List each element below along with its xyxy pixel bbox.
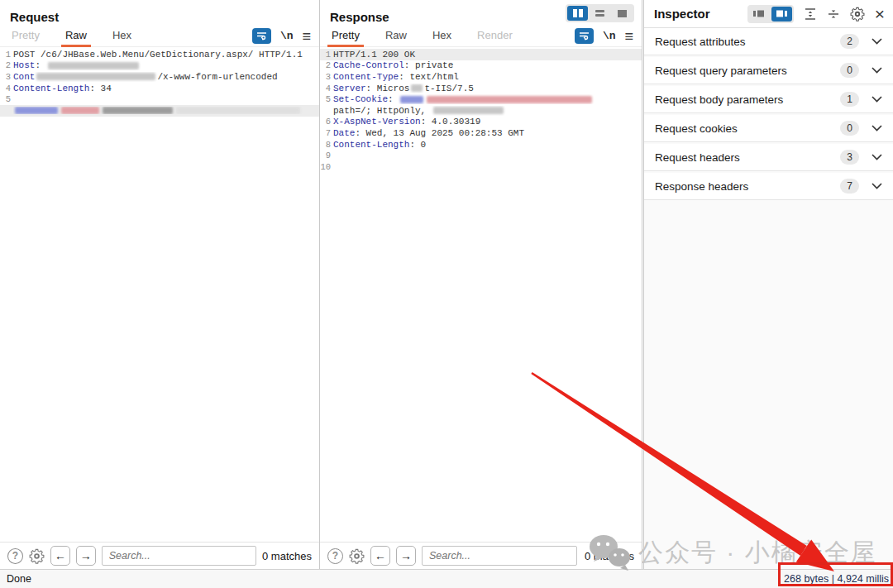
line-number: 6	[320, 117, 333, 127]
menu-icon[interactable]: ≡	[302, 29, 311, 44]
chevron-down-icon[interactable]	[872, 125, 882, 131]
response-tab-icons: \n ≡	[575, 28, 633, 44]
inspector-section-response-headers[interactable]: Response headers7	[644, 173, 893, 200]
http-message-viewer-window: Request PrettyRawHex \n ≡ 1POST /c6/JHBa…	[0, 0, 893, 588]
collapse-all-icon[interactable]	[827, 7, 840, 21]
header-value: HTTP/1.1 200 OK	[333, 50, 415, 60]
request-searchbar: ? ← → 0 matches	[0, 542, 319, 569]
search-input[interactable]	[102, 546, 256, 566]
menu-icon[interactable]: ≡	[624, 29, 633, 44]
search-prev-button[interactable]: ←	[50, 546, 70, 566]
tab-hex[interactable]: Hex	[111, 26, 133, 46]
tab-raw[interactable]: Raw	[64, 26, 88, 46]
count-badge: 7	[840, 179, 859, 194]
line-number: 4	[0, 84, 13, 93]
dock-right-icon[interactable]	[771, 7, 792, 22]
line-number: 8	[320, 140, 333, 150]
search-input[interactable]	[422, 546, 577, 566]
line-number: 10	[320, 162, 333, 172]
inspector-dock-toggle-group	[747, 5, 794, 23]
word-wrap-icon[interactable]	[575, 28, 594, 44]
inspector-header-icons: ×	[747, 5, 885, 23]
code-line: 1HTTP/1.1 200 OK	[320, 49, 642, 60]
tab-pretty[interactable]: Pretty	[10, 26, 41, 46]
search-match-count: 0 matches	[262, 550, 312, 562]
header-name: Server	[333, 84, 366, 93]
count-badge: 0	[840, 121, 859, 136]
header-name: Host	[13, 60, 35, 70]
chevron-down-icon[interactable]	[872, 154, 882, 160]
code-line: 5	[0, 93, 319, 105]
tab-raw[interactable]: Raw	[384, 26, 408, 46]
search-settings-gear-icon[interactable]	[349, 548, 365, 564]
line-number: 9	[320, 151, 333, 160]
line-number: 2	[0, 60, 13, 70]
chevron-down-icon[interactable]	[872, 38, 882, 45]
header-value: t-IIS/7.5	[424, 84, 473, 93]
header-value: : Wed, 13 Aug 2025 00:28:53 GMT	[355, 128, 524, 138]
redacted-blur	[433, 107, 504, 114]
code-line: 4Content-Length: 34	[0, 83, 319, 94]
help-icon[interactable]: ?	[7, 548, 23, 564]
redacted-blur	[48, 62, 139, 69]
section-label: Request attributes	[655, 36, 746, 48]
section-label: Response headers	[655, 180, 748, 193]
code-line: 5Set-Cookie:	[320, 93, 642, 105]
search-next-button[interactable]: →	[76, 546, 96, 566]
search-settings-gear-icon[interactable]	[29, 548, 45, 564]
chevron-down-icon[interactable]	[872, 183, 882, 189]
status-done-label: Done	[0, 573, 31, 585]
count-badge: 0	[840, 63, 859, 78]
count-badge: 3	[840, 150, 859, 165]
redacted-blur	[411, 84, 423, 92]
split-rows-layout-icon[interactable]	[590, 6, 610, 21]
header-value: : private	[404, 60, 453, 70]
inspector-settings-gear-icon[interactable]	[850, 7, 865, 22]
close-icon[interactable]: ×	[875, 5, 885, 22]
line-number: 1	[0, 50, 13, 60]
newline-icon[interactable]: \n	[280, 30, 294, 42]
response-editor[interactable]: 1HTTP/1.1 200 OK2Cache-Control: private3…	[320, 47, 642, 173]
header-name: Content-Length	[333, 140, 409, 150]
search-prev-button[interactable]: ←	[370, 546, 390, 566]
redacted-blur	[61, 107, 99, 114]
chevron-down-icon[interactable]	[872, 67, 882, 74]
dock-left-icon[interactable]	[749, 7, 770, 22]
header-name: Cache-Control	[333, 60, 404, 70]
inspector-section-request-body-parameters[interactable]: Request body parameters1	[644, 86, 893, 113]
tab-pretty[interactable]: Pretty	[330, 26, 361, 46]
redacted-blur	[36, 73, 155, 80]
help-icon[interactable]: ?	[327, 548, 343, 564]
expand-all-icon[interactable]	[804, 7, 817, 21]
inspector-section-request-headers[interactable]: Request headers3	[644, 144, 893, 171]
header-value: /x-www-form-urlencoded	[157, 72, 277, 82]
inspector-section-request-query-parameters[interactable]: Request query parameters0	[644, 57, 893, 84]
header-value: : 4.0.30319	[421, 117, 481, 127]
code-line: 1POST /c6/JHBase.Web.Menu/GetDictionary.…	[0, 49, 319, 60]
inspector-section-request-attributes[interactable]: Request attributes2	[644, 28, 893, 55]
redacted-blur	[15, 107, 58, 114]
tab-render[interactable]: Render	[475, 26, 514, 46]
code-line: 3Content-Type: text/html	[320, 71, 642, 83]
split-columns-layout-icon[interactable]	[567, 6, 588, 21]
inspector-header: Inspector	[644, 0, 893, 27]
tab-hex[interactable]: Hex	[431, 26, 453, 46]
chevron-down-icon[interactable]	[872, 96, 882, 103]
newline-icon[interactable]: \n	[603, 30, 616, 42]
inspector-section-request-cookies[interactable]: Request cookies0	[644, 115, 893, 142]
count-badge: 1	[840, 92, 859, 107]
code-line: 8Content-Length: 0	[320, 139, 642, 151]
code-line: 6X-AspNet-Version: 4.0.30319	[320, 117, 642, 128]
search-next-button[interactable]: →	[396, 546, 416, 566]
section-label: Request query parameters	[655, 65, 787, 77]
section-label: Request cookies	[655, 122, 738, 135]
response-metrics-label: 268 bytes | 4,924 millis	[784, 573, 889, 585]
single-pane-layout-icon[interactable]	[612, 6, 633, 21]
inspector-panel: Inspector	[643, 0, 893, 569]
line-number: 7	[320, 128, 333, 138]
request-editor[interactable]: 1POST /c6/JHBase.Web.Menu/GetDictionary.…	[0, 47, 319, 117]
word-wrap-icon[interactable]	[252, 28, 271, 44]
redacted-blur	[427, 96, 592, 103]
header-value: :	[35, 60, 45, 70]
redacted-blur	[103, 107, 173, 114]
